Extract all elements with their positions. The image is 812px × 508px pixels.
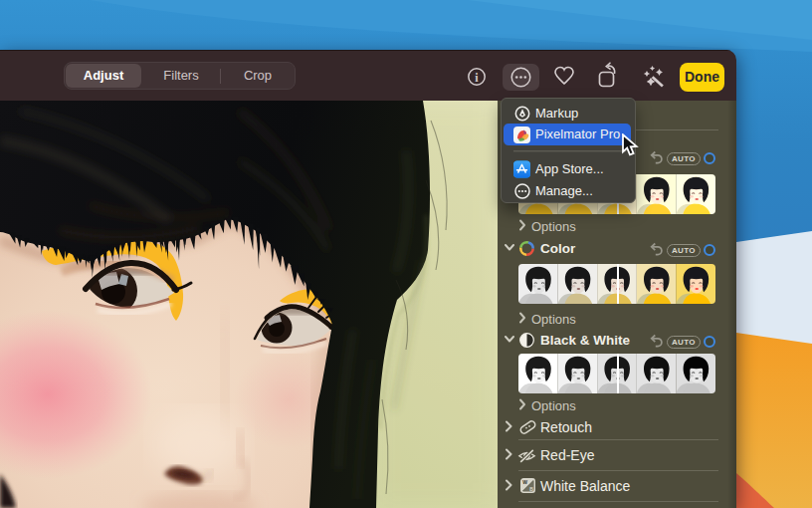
svg-text:i: i <box>475 71 479 85</box>
